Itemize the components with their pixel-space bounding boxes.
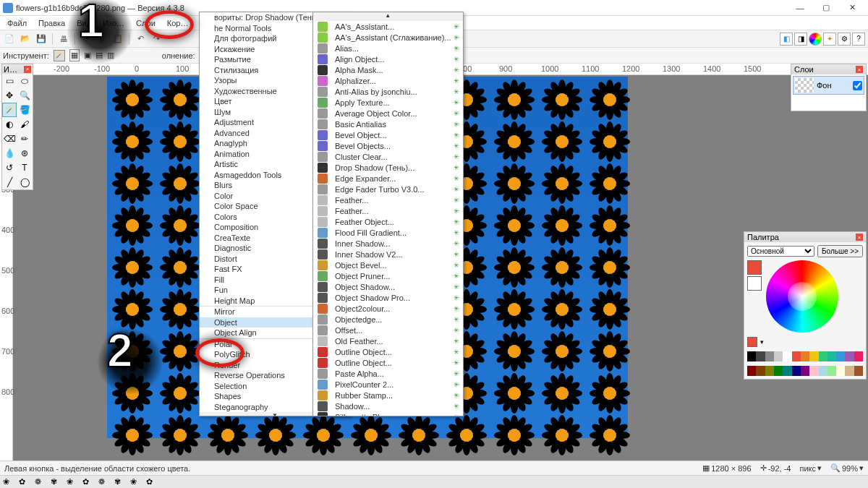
taskbar-icon[interactable]: ❁ — [35, 477, 45, 487]
secondary-color-swatch[interactable] — [747, 276, 762, 291]
object-submenu-item[interactable]: Flood Fill Gradient...✳ — [313, 227, 463, 238]
object-submenu-item[interactable]: AA's_Assistant (Сглаживание)...✳ — [313, 32, 463, 43]
object-submenu-item[interactable]: Shadow...✳ — [313, 401, 463, 411]
taskbar-icon[interactable]: ✿ — [82, 477, 93, 487]
menu-view[interactable]: Вид — [71, 17, 97, 29]
object-submenu-item[interactable]: Align Object...✳ — [313, 53, 463, 64]
object-submenu-item[interactable]: Object Pruner...✳ — [313, 270, 463, 281]
print-icon[interactable]: 🖶 — [57, 33, 70, 46]
tool-line[interactable]: ╱ — [2, 175, 17, 189]
object-submenu-item[interactable]: Average Object Color...✳ — [313, 108, 463, 119]
object-submenu-item[interactable]: Silhouette Plus...✳ — [313, 411, 463, 416]
menu-file[interactable]: Файл — [1, 17, 33, 29]
layers-close-icon[interactable]: × — [856, 66, 863, 73]
toolbox-panel[interactable]: И…× ▭ ⬭ ✥ 🔍 🪄 🪣 ◐ 🖌 ⌫ ✏ 💧 ⊛ ↺ T ╱ ◯ — [1, 64, 33, 190]
object-submenu-item[interactable]: Cluster Clear...✳ — [313, 151, 463, 162]
recent-color-1[interactable] — [747, 337, 757, 347]
object-submenu-item[interactable]: Outline Object...✳ — [313, 357, 463, 368]
tool-eraser[interactable]: ⌫ — [2, 132, 17, 146]
copy-icon[interactable]: ⎘ — [95, 33, 109, 46]
palette-panel[interactable]: Палитра× Основной Больше >> ▾ — [744, 231, 867, 380]
selection-mode-4[interactable]: ▥ — [107, 51, 114, 60]
panel-btn-2[interactable]: ◨ — [794, 33, 807, 46]
tool-brush[interactable]: 🖌 — [17, 117, 32, 132]
status-zoom[interactable]: 🔍 99% ▾ — [830, 463, 864, 473]
tool-swatch[interactable]: 🪄 — [54, 50, 65, 61]
object-submenu-item[interactable]: Apply Texture...✳ — [313, 97, 463, 108]
object-submenu-item[interactable]: Drop Shadow (Тень)...✳ — [313, 162, 463, 173]
close-button[interactable]: ✕ — [839, 1, 865, 15]
object-submenu-item[interactable]: Offset...✳ — [313, 325, 463, 335]
open-icon[interactable]: 📂 — [19, 33, 32, 46]
panel-btn-3[interactable] — [809, 33, 822, 46]
tool-shapes[interactable]: ◯ — [17, 175, 32, 189]
object-submenu-item[interactable]: Alpha Mask...✳ — [313, 64, 463, 75]
taskbar-icon[interactable]: ✾ — [51, 477, 61, 487]
palette-strip-2[interactable] — [747, 366, 863, 376]
tool-text[interactable]: T — [17, 160, 32, 175]
palette-strip[interactable] — [747, 351, 863, 361]
object-submenu-item[interactable]: Edge Expander...✳ — [313, 173, 463, 184]
tool-gradient[interactable]: ◐ — [2, 117, 17, 132]
taskbar-icon[interactable]: ❁ — [98, 477, 109, 487]
tool-picker[interactable]: 💧 — [2, 146, 17, 160]
tool-move[interactable]: ✥ — [2, 88, 17, 103]
menu-layers[interactable]: Слои — [130, 17, 161, 29]
layer-row[interactable]: Фон — [793, 76, 864, 95]
tool-pencil[interactable]: ✏ — [17, 132, 32, 146]
object-submenu-item[interactable]: Bevel Objects...✳ — [313, 140, 463, 151]
object-submenu-item[interactable]: Inner Shadow...✳ — [313, 238, 463, 249]
object-submenu-item[interactable]: Alias...✳ — [313, 43, 463, 53]
taskbar-icon[interactable]: ✾ — [114, 477, 124, 487]
object-submenu-item[interactable]: Object Shadow...✳ — [313, 281, 463, 292]
object-submenu-item[interactable]: Rubber Stamp...✳ — [313, 390, 463, 401]
minimize-button[interactable]: — — [787, 1, 813, 15]
object-submenu-item[interactable]: Feather...✳ — [313, 194, 463, 205]
object-submenu-item[interactable]: PixelCounter 2...✳ — [313, 379, 463, 390]
menu-edit[interactable]: Правка — [33, 17, 71, 29]
object-submenu-item[interactable]: Object Shadow Pro...✳ — [313, 292, 463, 303]
submenu-scroll-up-icon[interactable]: ▲ — [313, 12, 463, 21]
taskbar-icon[interactable]: ✿ — [146, 477, 156, 487]
object-submenu-item[interactable]: Feather...✳ — [313, 205, 463, 216]
tool-recolor[interactable]: ↺ — [2, 160, 17, 175]
redo-icon[interactable]: ↷ — [150, 33, 163, 46]
object-submenu-item[interactable]: Edge Fader Turbo V3.0...✳ — [313, 184, 463, 194]
object-submenu-item[interactable]: Object Bevel...✳ — [313, 260, 463, 270]
object-submenu-item[interactable]: Outline Object...✳ — [313, 346, 463, 357]
maximize-button[interactable]: ▢ — [813, 1, 839, 15]
menu-image[interactable]: Изо… — [97, 17, 130, 29]
object-submenu-item[interactable]: Objectedge...✳ — [313, 314, 463, 325]
taskbar-icon[interactable]: ❀ — [3, 477, 13, 487]
tool-select-rect[interactable]: ▭ — [2, 74, 17, 88]
tool-clone[interactable]: ⊛ — [17, 146, 32, 160]
toolbox-close-icon[interactable]: × — [24, 66, 31, 73]
layer-visible-checkbox[interactable] — [853, 81, 862, 90]
paste-icon[interactable]: 📋 — [111, 33, 124, 46]
help-icon[interactable]: ? — [852, 33, 865, 46]
object-submenu-dropdown[interactable]: ▲ AA's_Assistant...✳AA's_Assistant (Сгла… — [312, 12, 464, 416]
tool-zoom[interactable]: 🔍 — [17, 88, 32, 103]
selection-mode-3[interactable]: ▤ — [95, 51, 103, 60]
object-submenu-item[interactable]: Object2colour...✳ — [313, 303, 463, 314]
panel-btn-1[interactable]: ◧ — [780, 33, 793, 46]
object-submenu-item[interactable]: Anti-Alias by jsonchiu...✳ — [313, 86, 463, 97]
selection-mode-1[interactable]: ▦ — [69, 49, 80, 61]
tool-fill[interactable]: 🪣 — [17, 103, 32, 117]
menu-adjust[interactable]: Кор… — [161, 17, 195, 29]
object-submenu-item[interactable]: AA's_Assistant...✳ — [313, 21, 463, 32]
tool-lasso[interactable]: ⬭ — [17, 74, 32, 88]
taskbar-icon[interactable]: ✿ — [19, 477, 29, 487]
object-submenu-item[interactable]: Paste Alpha...✳ — [313, 368, 463, 379]
status-unit[interactable]: пикс ▾ — [799, 463, 822, 473]
object-submenu-item[interactable]: Inner Shadow V2...✳ — [313, 249, 463, 260]
taskbar-icon[interactable]: ❀ — [130, 477, 140, 487]
taskbar-icon[interactable]: ❀ — [67, 477, 77, 487]
object-submenu-item[interactable]: Basic Antialias✳ — [313, 119, 463, 129]
primary-color-swatch[interactable] — [747, 260, 762, 275]
panel-btn-4[interactable]: ✦ — [823, 33, 836, 46]
cut-icon[interactable]: ✂ — [80, 33, 93, 46]
undo-icon[interactable]: ↶ — [134, 33, 147, 46]
object-submenu-item[interactable]: Feather Object...✳ — [313, 216, 463, 227]
palette-more-button[interactable]: Больше >> — [817, 245, 863, 257]
